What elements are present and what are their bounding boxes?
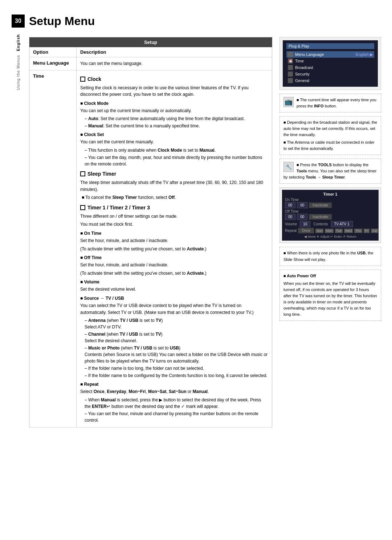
- page-title: Setup Menu: [29, 15, 381, 30]
- sidebar-section: Using the Menus: [16, 55, 20, 90]
- note3-text: ■ Press the TOOLS button to display the …: [283, 162, 377, 180]
- note-info-button: 📺 The current time will appear every tim…: [279, 94, 381, 112]
- table-header-row: Setup: [29, 37, 272, 48]
- source-antenna: Antenna (when TV / USB is set to TV)Sele…: [80, 317, 268, 330]
- timer-desc2: You must set the clock first.: [80, 221, 268, 228]
- general-icon: [288, 78, 293, 83]
- day-tue: Tue: [335, 229, 343, 233]
- menu-language-row-value: English ▶: [356, 52, 373, 57]
- menu-language-option: Menu Language: [29, 57, 77, 70]
- time-option: Time: [29, 70, 77, 427]
- sleep-timer-label: Sleep Timer: [87, 170, 116, 178]
- note3-content: 🔧 ■ Press the TOOLS button to display th…: [283, 162, 377, 180]
- clock-mode-title: Clock Mode: [80, 100, 268, 107]
- day-fri: Fri: [364, 229, 370, 233]
- off-time-title: Off Time: [80, 254, 268, 261]
- source-desc: You can select the TV or USB device cont…: [80, 302, 268, 316]
- clock-set-bullet2: You can set the day, month, year, hour a…: [80, 154, 268, 167]
- clock-title: Clock: [80, 75, 268, 83]
- menu-row-general: General: [286, 77, 374, 84]
- menu-general-row-label: General: [295, 78, 373, 83]
- setup-header: Setup: [29, 37, 272, 48]
- note2-text: ■ Depending on the broadcast station and…: [283, 119, 377, 152]
- tools-icon: 🔧: [283, 162, 294, 172]
- menu-time-row-label: Time: [295, 59, 373, 63]
- repeat-manual: When Manual is selected, press the ▶ but…: [80, 397, 268, 410]
- menu-language-row-label: Menu Language: [295, 52, 354, 57]
- off-time-desc: Set the hour, minute, and activate / ina…: [80, 262, 268, 269]
- note5-text: ■ Auto Power Off When you set the timer …: [283, 273, 377, 318]
- volume-title: Volume: [80, 279, 268, 285]
- menu-language-desc-text: You can set the menu language.: [80, 61, 143, 66]
- timer-nav: ◀ Move ✦ Adjust ↵ Enter ↺ Return: [285, 235, 376, 238]
- repeat-title: Repeat: [80, 381, 268, 388]
- clock-icon: ⏰: [288, 58, 293, 64]
- clock-mode-auto: Auto: Set the current time automatically…: [80, 115, 268, 122]
- source-channel: Channel (when TV / USB is set to TV)Sele…: [80, 331, 268, 344]
- time-row: Time Clock Setting the clock is necessar…: [29, 70, 272, 427]
- on-time-note: (To activate timer with the setting you'…: [80, 246, 268, 253]
- repeat-desc: Select Once, Everyday, Mon~Fri, Mon~Sat,…: [80, 388, 268, 395]
- on-min-cell: 00: [297, 202, 307, 208]
- menu-language-description: You can set the menu language.: [77, 57, 272, 70]
- day-thu: Thu: [354, 229, 362, 233]
- time-label: Time: [33, 73, 44, 79]
- source-music-photo: Music or Photo (when TV / USB is set to …: [80, 345, 268, 364]
- menu-row-time: ⏰ Time: [286, 58, 374, 64]
- main-content: Setup Menu Setup Option Description: [25, 15, 381, 525]
- sidebar-text-container: English Using the Menus: [16, 34, 20, 90]
- clock-desc: Setting the clock is necessary in order …: [80, 85, 268, 98]
- source-folder-contents: If the folder name to be configured by t…: [80, 372, 268, 379]
- sleep-timer-title: Sleep Timer: [80, 170, 268, 178]
- column-header-row: Option Description: [29, 47, 272, 57]
- timer-label: Timer 1 / Timer 2 / Timer 3: [87, 204, 150, 212]
- on-state-cell: Inactivate: [309, 202, 332, 208]
- note-tools-button: 🔧 ■ Press the TOOLS button to display th…: [279, 159, 381, 184]
- plug-play-label: Plug & Play: [289, 44, 309, 48]
- on-time-section-label: On Time: [285, 198, 376, 202]
- note-broadcast: ■ Depending on the broadcast station and…: [279, 116, 381, 155]
- menu-broadcast-row-label: Broadcast: [295, 65, 373, 70]
- day-wed: Wed: [344, 229, 353, 233]
- on-time-title: On Time: [80, 230, 268, 237]
- clock-checkbox-icon: [80, 77, 85, 82]
- sleep-timer-desc: The sleep timer automatically shuts off …: [80, 179, 268, 193]
- timer-screenshot: Timer 1 On Time 00 00 Inactivate Off Tim…: [279, 187, 381, 243]
- repeat-label: Repeat: [285, 229, 297, 233]
- menu-row-language: Menu Language English ▶: [286, 51, 374, 58]
- timer-screen-inner: Timer 1 On Time 00 00 Inactivate Off Tim…: [282, 190, 379, 241]
- menu-screenshot: Plug & Play Menu Language English ▶ ⏰ Ti…: [279, 37, 381, 90]
- repeat-once: Once: [298, 228, 314, 233]
- tv-screen-icon: 📺: [283, 97, 294, 107]
- timer-title: Timer 1 / Timer 2 / Timer 3: [80, 204, 268, 212]
- security-icon: [288, 71, 293, 77]
- menu-row-broadcast: Broadcast: [286, 64, 374, 71]
- timer-checkbox-icon: [80, 205, 85, 210]
- clock-set-title: Clock Set: [80, 131, 268, 138]
- on-time-desc: Set the hour, minute, and activate / ina…: [80, 237, 268, 244]
- sleep-timer-cancel: ■ To cancel the Sleep Timer function, se…: [80, 194, 268, 201]
- clock-mode-manual: Manual: Set the current time to a manual…: [80, 123, 268, 129]
- description-col-header: Description: [77, 47, 272, 57]
- sleep-timer-checkbox-icon: [80, 171, 85, 176]
- menu-security-row-label: Security: [295, 72, 373, 76]
- menu-language-row: Menu Language You can set the menu langu…: [29, 57, 272, 70]
- gear-icon: [288, 52, 293, 57]
- volume-label: Volume: [285, 222, 297, 226]
- off-time-row: 00 00 Inactivate: [285, 214, 376, 220]
- clock-label: Clock: [87, 75, 101, 83]
- contents-label: Contents: [313, 222, 328, 226]
- right-column: Plug & Play Menu Language English ▶ ⏰ Ti…: [279, 37, 381, 525]
- day-sat: Sat: [371, 229, 378, 233]
- volume-desc: Set the desired volume level.: [80, 286, 268, 293]
- timer-screen-title: Timer 1: [285, 192, 376, 196]
- page-container: 30 English Using the Menus Setup Menu Se…: [0, 0, 392, 540]
- clock-set-bullet1: This function is only available when Clo…: [80, 147, 268, 154]
- on-hour-cell: 00: [285, 202, 295, 208]
- timer-desc1: Three different on / off timer settings …: [80, 213, 268, 220]
- note4-text: ■ When there is only one photo file in t…: [283, 250, 377, 262]
- off-time-section-label: Off Time: [285, 209, 376, 213]
- note-usb-photo: ■ When there is only one photo file in t…: [279, 247, 381, 266]
- source-folder-long: If the folder name is too long, the fold…: [80, 365, 268, 372]
- day-sun: Sun: [315, 229, 323, 233]
